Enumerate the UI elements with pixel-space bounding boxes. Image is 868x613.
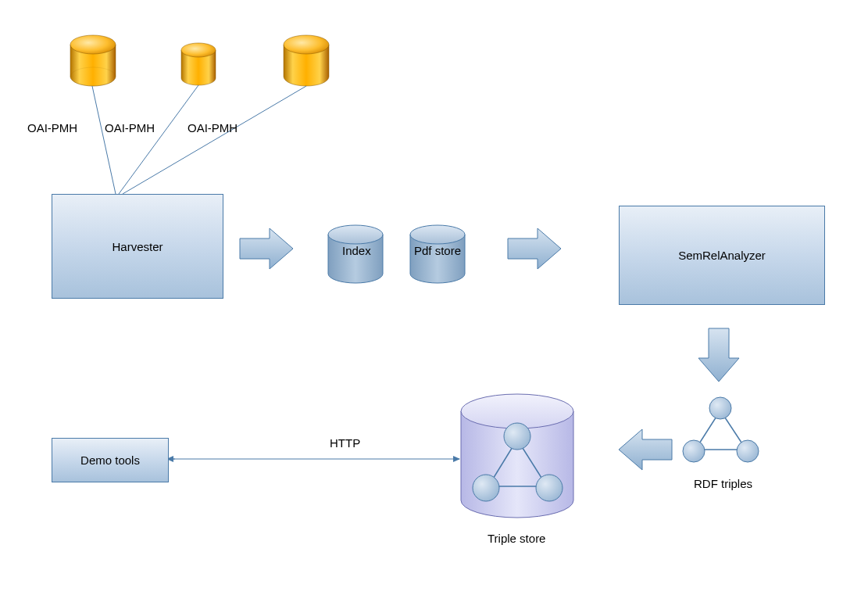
pdfstore-label: Pdf store [414,244,461,257]
db-icon-2 [181,43,216,85]
arrow-analyzer-to-rdf [698,328,739,382]
svg-line-11 [720,410,746,450]
harvester-label: Harvester [112,240,163,253]
triplestore-label: Triple store [488,532,545,545]
svg-line-6 [123,86,306,194]
demotools-box: Demo tools [52,438,169,482]
arrow-harvester-to-index [240,228,293,269]
arrow-stores-to-analyzer [508,228,561,269]
svg-point-20 [504,423,530,450]
svg-point-16 [461,394,573,428]
oai-pmh-label-3: OAI-PMH [188,121,238,134]
svg-point-14 [683,440,705,462]
oai-pmh-label-1: OAI-PMH [27,121,77,134]
svg-point-3 [284,35,329,54]
svg-point-2 [181,43,216,57]
rdf-graph-icon [683,397,759,462]
svg-point-1 [70,67,116,86]
svg-point-22 [536,475,563,501]
rdf-label: RDF triples [694,477,752,490]
svg-line-5 [119,85,198,194]
svg-line-4 [92,86,116,194]
svg-point-9 [410,225,465,244]
svg-point-13 [709,397,731,419]
harvester-box: Harvester [52,194,223,299]
svg-line-17 [488,439,517,486]
svg-line-10 [695,410,720,450]
index-label: Index [342,244,371,257]
svg-point-15 [737,440,759,462]
svg-point-0 [70,35,116,54]
diagram-svg [0,0,868,613]
arrow-rdf-to-triplestore [619,429,672,470]
db-icon-1 [70,35,116,86]
http-label: HTTP [330,436,360,450]
svg-point-21 [473,475,499,501]
analyzer-label: SemRelAnalyzer [678,249,766,262]
svg-line-18 [517,439,547,486]
db-icon-3 [284,35,329,86]
oai-pmh-label-2: OAI-PMH [105,121,155,134]
demotools-label: Demo tools [80,453,140,467]
analyzer-box: SemRelAnalyzer [619,206,825,305]
svg-point-7 [328,225,383,244]
triplestore-cylinder-icon [461,394,573,518]
diagram-canvas: OAI-PMH OAI-PMH OAI-PMH Harvester Index … [0,0,868,613]
